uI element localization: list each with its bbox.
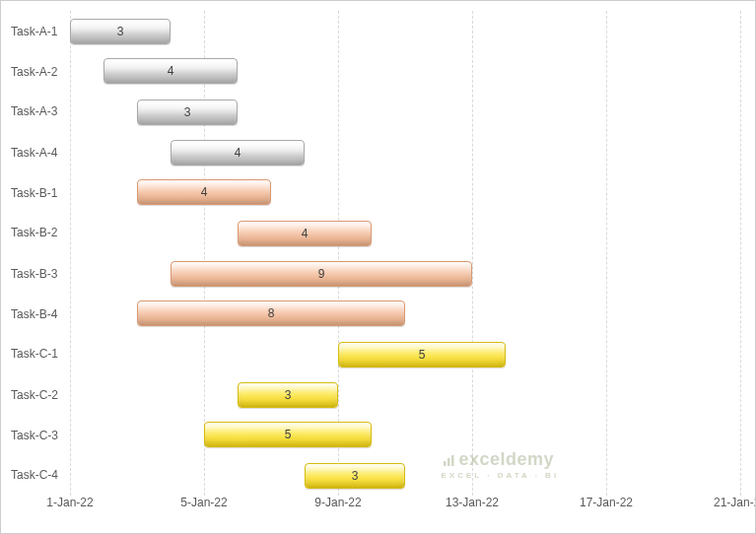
plot-area: 3 4 3 4 4 4 9 8 5 3 5 3 bbox=[70, 11, 740, 496]
x-axis-tick-label: 9-Jan-22 bbox=[314, 496, 361, 509]
gantt-chart: Task-A-1 Task-A-2 Task-A-3 Task-A-4 Task… bbox=[0, 0, 756, 534]
bar-data-label: 4 bbox=[302, 227, 309, 240]
x-axis-tick-label: 17-Jan-22 bbox=[580, 496, 633, 509]
gantt-bar: 4 bbox=[103, 58, 238, 84]
gantt-bar: 3 bbox=[238, 382, 338, 408]
gantt-bar: 9 bbox=[171, 261, 472, 287]
y-axis-tick-label: Task-C-4 bbox=[1, 468, 60, 482]
gantt-bar: 4 bbox=[137, 179, 271, 205]
gantt-bar: 4 bbox=[238, 221, 372, 246]
x-axis-tick-label: 13-Jan-22 bbox=[446, 496, 499, 509]
y-axis-tick-label: Task-B-2 bbox=[1, 226, 60, 239]
x-axis-tick-label: 21-Jan-22 bbox=[714, 496, 756, 509]
bar-data-label: 4 bbox=[168, 64, 174, 78]
x-axis-labels: 1-Jan-22 5-Jan-22 9-Jan-22 13-Jan-22 17-… bbox=[70, 496, 740, 523]
y-axis-tick-label: Task-C-3 bbox=[1, 429, 60, 442]
gridline bbox=[740, 11, 741, 496]
bar-data-label: 8 bbox=[268, 306, 275, 320]
y-axis-tick-label: Task-B-1 bbox=[1, 186, 60, 200]
bar-data-label: 4 bbox=[235, 146, 241, 160]
gantt-bar: 5 bbox=[338, 342, 506, 367]
gantt-bar: 5 bbox=[204, 422, 372, 447]
y-axis-tick-label: Task-B-4 bbox=[1, 307, 60, 321]
bar-data-label: 4 bbox=[201, 185, 208, 199]
bar-data-label: 3 bbox=[285, 388, 292, 402]
bar-data-label: 3 bbox=[352, 469, 359, 483]
y-axis-tick-label: Task-B-3 bbox=[1, 267, 60, 281]
gantt-bar: 3 bbox=[305, 463, 405, 489]
y-axis-tick-label: Task-A-2 bbox=[1, 65, 60, 79]
y-axis-tick-label: Task-A-3 bbox=[1, 104, 60, 118]
bar-data-label: 9 bbox=[318, 267, 325, 281]
bar-data-label: 3 bbox=[184, 105, 191, 119]
y-axis-tick-label: Task-C-2 bbox=[1, 388, 60, 402]
bar-data-label: 5 bbox=[419, 348, 426, 362]
gantt-bar: 3 bbox=[137, 100, 238, 125]
gantt-bar: 3 bbox=[70, 19, 171, 44]
gantt-bar: 4 bbox=[171, 140, 305, 166]
bar-data-label: 3 bbox=[117, 25, 124, 38]
y-axis-labels: Task-A-1 Task-A-2 Task-A-3 Task-A-4 Task… bbox=[1, 11, 66, 496]
y-axis-tick-label: Task-C-1 bbox=[1, 347, 60, 361]
y-axis-tick-label: Task-A-4 bbox=[1, 146, 60, 160]
x-axis-tick-label: 1-Jan-22 bbox=[46, 496, 93, 509]
y-axis-tick-label: Task-A-1 bbox=[1, 25, 60, 38]
bar-data-label: 5 bbox=[285, 428, 292, 441]
x-axis-tick-label: 5-Jan-22 bbox=[180, 496, 227, 509]
gantt-bar: 8 bbox=[137, 300, 405, 326]
